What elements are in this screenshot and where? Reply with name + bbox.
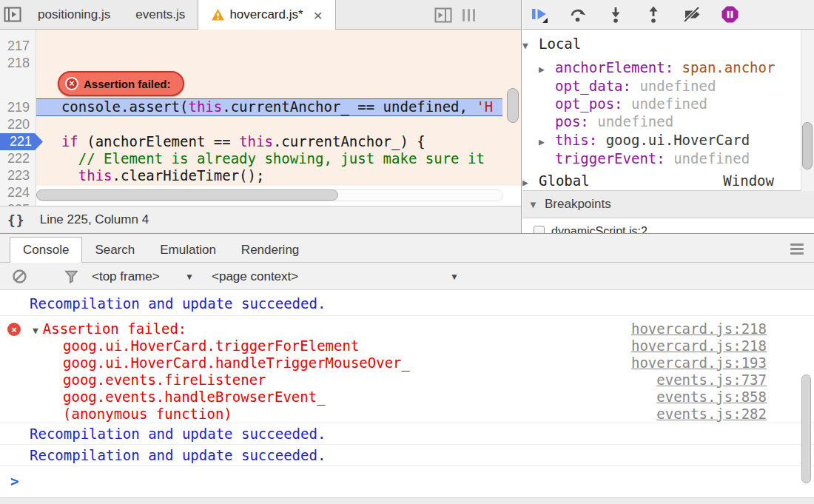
tab-emulation[interactable]: Emulation (147, 238, 229, 262)
prompt-caret-icon: > (10, 473, 18, 489)
disclosure-closed-icon[interactable]: ▶ (539, 60, 555, 78)
drawer-tab-bar: Console Search Emulation Rendering (0, 234, 814, 263)
frame-selector-arrow[interactable]: ▼ (185, 263, 194, 290)
console-message-assertion: × ▼Assertion failed:hovercard.js:218 goo… (0, 316, 814, 423)
global-value: Window (723, 172, 774, 190)
scope-section-global[interactable]: ▶GlobalWindow (522, 172, 801, 190)
sources-pane: positioning.js events.js hovercard.js* × (0, 0, 522, 233)
stack-frame-row: (anonymous function)events.js:282 (0, 406, 814, 423)
execution-line-marker[interactable]: 221 (0, 133, 43, 150)
source-link[interactable]: events.js:282 (656, 406, 767, 423)
console-toolbar: <top frame> ▼ <page context> ▼ (0, 263, 814, 290)
scope-section-local[interactable]: ▼Local (522, 35, 801, 53)
line-number-gutter[interactable]: 217 218 219 220 221 222 223 224 225 (0, 30, 36, 206)
console-messages[interactable]: Recompilation and update succeeded. × ▼A… (0, 291, 814, 497)
disclosure-open-icon[interactable]: ▼ (522, 36, 539, 55)
clear-icon (12, 269, 27, 284)
tab-label: positioning.js (38, 7, 110, 22)
source-link[interactable]: hovercard.js:218 (631, 337, 767, 355)
code-line-219: console.assert(this.currentAnchor_ == un… (44, 98, 502, 115)
editor-status-bar: {} Line 225, Column 4 (0, 206, 521, 233)
context-selector[interactable]: <page context> (212, 263, 298, 290)
source-link[interactable]: hovercard.js:218 (631, 320, 767, 337)
debugger-toolbar (522, 0, 814, 30)
line-number[interactable]: 222 (7, 150, 30, 167)
line-number[interactable]: 223 (7, 167, 30, 184)
scope-var-triggerEvent[interactable]: triggerEvent: undefined (522, 149, 801, 168)
line-number[interactable]: 220 (7, 116, 30, 133)
tab-positioning-js[interactable]: positioning.js (25, 0, 123, 29)
scrollbar-thumb[interactable] (802, 122, 813, 169)
stack-frame-row: goog.ui.HoverCard.triggerForElementhover… (0, 337, 814, 355)
breakpoint-checkbox[interactable] (534, 226, 545, 233)
scope-var-this[interactable]: ▶this: goog.ui.HoverCard (522, 131, 801, 149)
assertion-title-row[interactable]: ▼Assertion failed:hovercard.js:218 (0, 316, 814, 337)
scrollbar-thumb[interactable] (36, 189, 338, 201)
pause-on-exceptions-button[interactable] (722, 6, 739, 23)
console-message-info: Recompilation and update succeeded. (0, 291, 814, 316)
dropdown-arrow-icon: ▼ (450, 272, 459, 282)
tab-search[interactable]: Search (82, 238, 147, 262)
warning-icon (211, 8, 225, 21)
resume-button[interactable] (530, 6, 549, 24)
step-out-button[interactable] (645, 6, 662, 24)
tab-events-js[interactable]: events.js (123, 0, 198, 29)
clear-console-button[interactable] (12, 263, 27, 290)
line-number[interactable]: 218 (7, 55, 30, 72)
console-message-info: Recompilation and update succeeded. (0, 445, 814, 466)
tab-console[interactable]: Console (10, 237, 82, 263)
close-tab-icon[interactable]: × (314, 7, 323, 23)
sidebar-scrollbar[interactable] (801, 30, 814, 191)
console-drawer: Console Search Emulation Rendering <top … (0, 233, 814, 504)
disclosure-open-icon[interactable]: ▼ (33, 325, 38, 336)
source-link[interactable]: events.js:858 (656, 389, 767, 406)
scope-var-opt_data[interactable]: opt_data: undefined (522, 77, 801, 95)
tab-label: hovercard.js* (229, 7, 303, 22)
menu-icon[interactable] (790, 243, 804, 255)
code-editor[interactable]: 217 218 219 220 221 222 223 224 225 × As… (0, 30, 521, 206)
scope-var-anchorElement[interactable]: ▶anchorElement: span.anchor (522, 58, 801, 77)
toggle-debugger-sidebar-icon[interactable] (434, 7, 452, 23)
tab-hovercard-js[interactable]: hovercard.js* × (198, 0, 335, 30)
filter-button[interactable] (64, 263, 79, 290)
source-link[interactable]: events.js:737 (656, 372, 767, 389)
filter-funnel-icon (64, 269, 79, 284)
drag-grip-icon[interactable] (462, 9, 475, 21)
context-selector-arrow[interactable]: ▼ (450, 263, 459, 290)
stack-frame-row: goog.events.handleBrowserEvent_events.js… (0, 389, 814, 406)
line-number[interactable]: 219 (7, 99, 30, 116)
console-scrollbar-thumb[interactable] (801, 374, 811, 483)
disclosure-closed-icon[interactable]: ▶ (522, 173, 539, 192)
toggle-navigator-button[interactable] (0, 0, 25, 29)
disclosure-open-icon[interactable]: ▼ (528, 199, 545, 210)
tab-rendering[interactable]: Rendering (229, 238, 312, 262)
breakpoint-location[interactable]: dynamicScript.js:2 (551, 225, 648, 234)
debugger-sidebar: ▼Local ▶anchorElement: span.anchor opt_d… (522, 0, 814, 233)
dropdown-arrow-icon: ▼ (185, 272, 194, 282)
console-prompt[interactable]: > (0, 466, 814, 496)
code-line-222: // Element is already showing, just make… (44, 150, 502, 167)
scope-var-pos[interactable]: pos: undefined (522, 112, 801, 131)
devtools-window: positioning.js events.js hovercard.js* × (0, 0, 814, 504)
deactivate-breakpoints-button[interactable] (682, 6, 702, 24)
pretty-print-icon[interactable]: {} (7, 212, 25, 228)
frame-selector[interactable]: <top frame> (92, 263, 160, 290)
breakpoints-section-header[interactable]: ▼ Breakpoints (522, 191, 814, 218)
stack-frame-row: goog.ui.HoverCard.handleTriggerMouseOver… (0, 355, 814, 372)
disclosure-closed-icon[interactable]: ▶ (539, 132, 555, 151)
source-tab-bar: positioning.js events.js hovercard.js* × (0, 0, 521, 30)
step-into-button[interactable] (607, 6, 625, 24)
code-line-221: if (anchorElement == this.currentAnchor_… (44, 133, 502, 150)
scope-var-opt_pos[interactable]: opt_pos: undefined (522, 95, 801, 113)
console-message-info: Recompilation and update succeeded. (0, 423, 814, 445)
line-number[interactable]: 217 (7, 38, 30, 55)
breakpoint-entry[interactable]: dynamicScript.js:2 (522, 222, 814, 233)
show-navigator-icon (4, 7, 21, 22)
line-number[interactable]: 224 (7, 184, 30, 201)
error-icon: × (65, 77, 78, 90)
editor-vertical-scrollbar[interactable] (507, 88, 519, 123)
bottom-strip (0, 497, 814, 504)
source-link[interactable]: hovercard.js:193 (631, 355, 767, 372)
editor-horizontal-scrollbar[interactable] (36, 189, 503, 201)
step-over-button[interactable] (569, 6, 587, 24)
